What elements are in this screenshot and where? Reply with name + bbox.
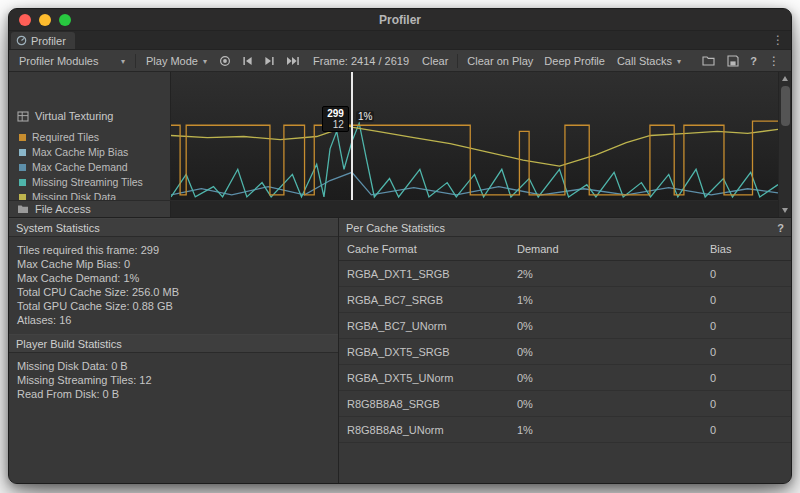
statistics-pane: System Statistics Tiles required this fr… [9, 218, 339, 483]
maximize-button[interactable] [59, 14, 71, 26]
table-row[interactable]: RGBA_BC7_UNorm 0% 0 [339, 313, 791, 339]
help-button[interactable]: ? [750, 55, 757, 67]
cell-demand: 1% [517, 294, 710, 306]
toolbar-separator [457, 54, 458, 68]
cell-cache-format: R8G8B8A8_SRGB [347, 398, 517, 410]
stat-line: Atlases: 16 [17, 313, 330, 327]
cell-cache-format: RGBA_DXT5_UNorm [347, 372, 517, 384]
pane-title: System Statistics [16, 222, 100, 234]
table-row[interactable]: RGBA_BC7_SRGB 1% 0 [339, 287, 791, 313]
cell-demand: 0% [517, 320, 710, 332]
legend-label: Max Cache Mip Bias [32, 146, 128, 158]
chevron-down-icon: ▾ [121, 57, 125, 66]
details-area: System Statistics Tiles required this fr… [9, 217, 791, 483]
tab-menu-icon[interactable]: ⋮ [772, 33, 784, 47]
chart-scrollbar[interactable] [778, 72, 791, 217]
per-cache-table: Cache Format Demand Bias RGBA_DXT1_SRGB … [339, 237, 791, 483]
cell-bias: 0 [710, 320, 783, 332]
tooltip-value-bottom: 12 [327, 119, 344, 130]
stat-line: Tiles required this frame: 299 [17, 243, 330, 257]
scroll-down-icon[interactable] [782, 208, 788, 213]
minimize-button[interactable] [39, 14, 51, 26]
current-frame-button[interactable] [281, 50, 305, 71]
chevron-down-icon: ▾ [203, 57, 207, 66]
cell-bias: 0 [710, 424, 783, 436]
cell-cache-format: RGBA_BC7_SRGB [347, 294, 517, 306]
toolbar-right-icons: ? ⋮ [702, 54, 787, 68]
stat-line: Read From Disk: 0 B [17, 387, 330, 401]
stat-line: Max Cache Demand: 1% [17, 271, 330, 285]
chart-legend: Required Tiles Max Cache Mip Bias Max Ca… [9, 124, 170, 203]
legend-label: Required Tiles [32, 131, 99, 143]
cell-cache-format: R8G8B8A8_UNorm [347, 424, 517, 436]
deep-profile-toggle[interactable]: Deep Profile [539, 50, 610, 71]
previous-frame-icon [242, 56, 253, 66]
clear-label: Clear [422, 55, 448, 67]
legend-item-required-tiles[interactable]: Required Tiles [19, 131, 170, 143]
toolbar-separator [135, 54, 136, 68]
table-header-row: Cache Format Demand Bias [339, 237, 791, 261]
cell-cache-format: RGBA_BC7_UNorm [347, 320, 517, 332]
stat-line: Total CPU Cache Size: 256.0 MB [17, 285, 330, 299]
player-build-statistics-body: Missing Disk Data: 0 B Missing Streaming… [9, 353, 338, 407]
clear-on-play-toggle[interactable]: Clear on Play [462, 50, 538, 71]
load-profile-button[interactable] [702, 55, 716, 66]
record-icon [219, 55, 231, 67]
toolbar-menu-icon[interactable]: ⋮ [768, 54, 780, 68]
profiler-window: Profiler Profiler ⋮ Profiler Modules ▾ P… [8, 8, 792, 484]
folder-icon [17, 204, 29, 214]
table-row[interactable]: RGBA_DXT1_SRGB 2% 0 [339, 261, 791, 287]
legend-label: Max Cache Demand [32, 161, 128, 173]
chart-section: Virtual Texturing Required Tiles Max Cac… [9, 72, 791, 217]
legend-item-missing-streaming-tiles[interactable]: Missing Streaming Tiles [19, 176, 170, 188]
table-row[interactable]: R8G8B8A8_UNorm 1% 0 [339, 417, 791, 443]
titlebar: Profiler [9, 9, 791, 31]
stat-line: Max Cache Mip Bias: 0 [17, 257, 330, 271]
record-button[interactable] [214, 50, 236, 71]
clear-button[interactable]: Clear [417, 50, 453, 71]
folder-open-icon [702, 55, 716, 66]
system-statistics-header: System Statistics [9, 218, 338, 237]
stat-line: Missing Streaming Tiles: 12 [17, 373, 330, 387]
table-row[interactable]: RGBA_DXT5_UNorm 0% 0 [339, 365, 791, 391]
scrollbar-thumb[interactable] [781, 86, 790, 126]
scroll-up-icon[interactable] [782, 76, 788, 81]
stat-line: Total GPU Cache Size: 0.88 GB [17, 299, 330, 313]
call-stacks-dropdown[interactable]: Call Stacks ▾ [611, 50, 687, 71]
save-profile-button[interactable] [727, 55, 739, 67]
legend-item-max-cache-mip-bias[interactable]: Max Cache Mip Bias [19, 146, 170, 158]
chart-canvas [171, 72, 778, 200]
deep-profile-label: Deep Profile [544, 55, 605, 67]
legend-item-max-cache-demand[interactable]: Max Cache Demand [19, 161, 170, 173]
legend-swatch [19, 134, 26, 141]
tooltip-value-top: 299 [327, 108, 344, 119]
play-mode-label: Play Mode [146, 55, 198, 67]
profiler-modules-dropdown[interactable]: Profiler Modules ▾ [13, 50, 131, 71]
table-row[interactable]: R8G8B8A8_SRGB 0% 0 [339, 391, 791, 417]
module-header-file-access[interactable]: File Access [9, 201, 171, 217]
table-row[interactable]: RGBA_DXT5_SRGB 0% 0 [339, 339, 791, 365]
module-header-virtual-texturing[interactable]: Virtual Texturing [9, 108, 170, 124]
tab-profiler[interactable]: Profiler [11, 32, 75, 49]
virtual-texturing-chart[interactable]: 299 12 1% [171, 72, 778, 200]
play-mode-dropdown[interactable]: Play Mode ▾ [140, 50, 213, 71]
tab-label: Profiler [31, 35, 66, 47]
per-cache-statistics-pane: Per Cache Statistics ? Cache Format Dema… [339, 218, 791, 483]
file-access-chart[interactable] [171, 201, 778, 217]
help-icon[interactable]: ? [777, 222, 784, 234]
toolbar: Profiler Modules ▾ Play Mode ▾ [9, 50, 791, 72]
per-cache-statistics-header: Per Cache Statistics ? [339, 218, 791, 237]
playhead-tooltip: 299 12 [322, 106, 349, 132]
save-icon [727, 55, 739, 67]
cell-bias: 0 [710, 372, 783, 384]
module-label: Virtual Texturing [35, 110, 113, 122]
clear-on-play-label: Clear on Play [467, 55, 533, 67]
cell-demand: 2% [517, 268, 710, 280]
previous-frame-button[interactable] [237, 50, 258, 71]
next-frame-button[interactable] [259, 50, 280, 71]
current-frame-icon [286, 56, 300, 66]
playhead-line [351, 72, 353, 200]
system-statistics-body: Tiles required this frame: 299 Max Cache… [9, 237, 338, 334]
close-button[interactable] [19, 14, 31, 26]
virtual-texturing-icon [17, 111, 29, 122]
